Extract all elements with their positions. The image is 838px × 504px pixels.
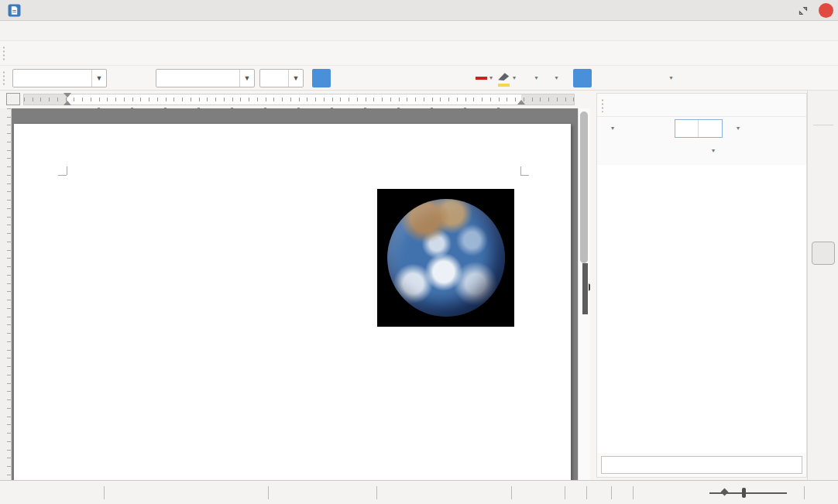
sidebar-splitter-grip[interactable] [582, 263, 588, 314]
right-indent-marker[interactable] [517, 100, 525, 105]
numbered-list-button[interactable] [546, 69, 565, 87]
earth-photo[interactable] [377, 189, 514, 327]
sidebar-tab-gallery[interactable] [812, 214, 835, 237]
libreoffice-writer-window: ▼ ▼ ▼ [0, 0, 838, 504]
chevron-down-icon[interactable]: ▼ [91, 70, 106, 87]
sidebar-deck [590, 91, 807, 480]
font-color-button[interactable] [474, 69, 494, 87]
vertical-ruler[interactable] [0, 108, 12, 480]
drag-mode-button[interactable] [728, 119, 747, 138]
tab-stop-selector[interactable] [6, 93, 20, 105]
toolbar-grip[interactable] [2, 70, 6, 86]
justify-button[interactable] [634, 69, 652, 87]
document-page[interactable] [14, 124, 571, 480]
content-navigation-view-button[interactable] [623, 142, 641, 160]
increase-paragraph-spacing-button[interactable] [681, 69, 699, 87]
titlebar [0, 0, 838, 21]
decrease-paragraph-spacing-button[interactable] [701, 69, 720, 87]
bold-button[interactable] [312, 69, 331, 87]
zoom-slider-thumb[interactable] [742, 488, 746, 498]
underline-button[interactable] [352, 69, 371, 87]
zoom-slider-marker [721, 489, 729, 496]
clear-formatting-button[interactable] [447, 69, 465, 87]
ruler-row [0, 91, 595, 108]
navigator-tree [597, 165, 806, 453]
close-button[interactable] [819, 3, 833, 18]
sidebar-tab-page[interactable] [812, 158, 835, 181]
italic-button[interactable] [332, 69, 351, 87]
page-minus-button[interactable] [675, 120, 699, 137]
decrease-indent-button[interactable] [748, 69, 767, 87]
sidebar-tab-styles[interactable] [812, 186, 835, 209]
panel-grip[interactable] [601, 98, 604, 112]
document-selector-combo[interactable] [601, 456, 802, 474]
scrollbar-thumb[interactable] [580, 111, 588, 263]
page-plus-button[interactable] [699, 120, 722, 137]
highlight-color-icon [497, 70, 510, 87]
update-style-button[interactable] [110, 69, 129, 87]
sidebar-tab-navigator[interactable] [812, 242, 835, 265]
statusbar [0, 480, 838, 504]
subscript-button[interactable] [420, 69, 438, 87]
toolbar-grip[interactable] [2, 46, 6, 61]
writer-app-icon [8, 4, 21, 17]
line-spacing-button[interactable] [661, 69, 679, 87]
navigator-panel [596, 93, 807, 478]
sidebar-tab-settings[interactable] [812, 95, 835, 118]
footer-button[interactable] [663, 142, 682, 160]
sidebar-tab-properties[interactable] [812, 130, 835, 153]
page-spinner [675, 119, 723, 138]
align-right-button[interactable] [613, 69, 632, 87]
standard-toolbar [0, 41, 838, 66]
highlight-color-button[interactable] [496, 69, 517, 87]
menubar [0, 21, 838, 41]
align-left-button[interactable] [573, 69, 592, 87]
strikethrough-button[interactable] [373, 69, 391, 87]
font-name-combo[interactable]: ▼ [156, 69, 255, 87]
restore-button[interactable] [799, 6, 808, 15]
align-center-button[interactable] [593, 69, 612, 87]
new-style-button[interactable] [130, 69, 149, 87]
heading-levels-button[interactable] [703, 142, 722, 160]
header-button[interactable] [643, 142, 661, 160]
sidebar-tab-strip [807, 91, 838, 480]
font-color-icon [476, 76, 487, 80]
bullet-list-button[interactable] [526, 69, 544, 87]
superscript-button[interactable] [400, 69, 418, 87]
horizontal-ruler[interactable] [23, 94, 575, 105]
filter-button[interactable] [603, 142, 621, 160]
anchor-text-button[interactable] [683, 142, 702, 160]
increase-indent-button[interactable] [728, 69, 747, 87]
navigation-button[interactable] [603, 119, 621, 138]
document-workspace [0, 108, 595, 480]
paragraph-style-combo[interactable]: ▼ [12, 69, 107, 87]
formatting-toolbar: ▼ ▼ ▼ [0, 66, 838, 91]
chevron-down-icon[interactable]: ▼ [239, 70, 254, 87]
collapse-chevrons [769, 119, 788, 138]
first-line-indent-marker[interactable] [64, 93, 71, 98]
chevron-down-icon[interactable]: ▼ [288, 70, 303, 87]
font-size-combo[interactable]: ▼ [259, 69, 304, 87]
